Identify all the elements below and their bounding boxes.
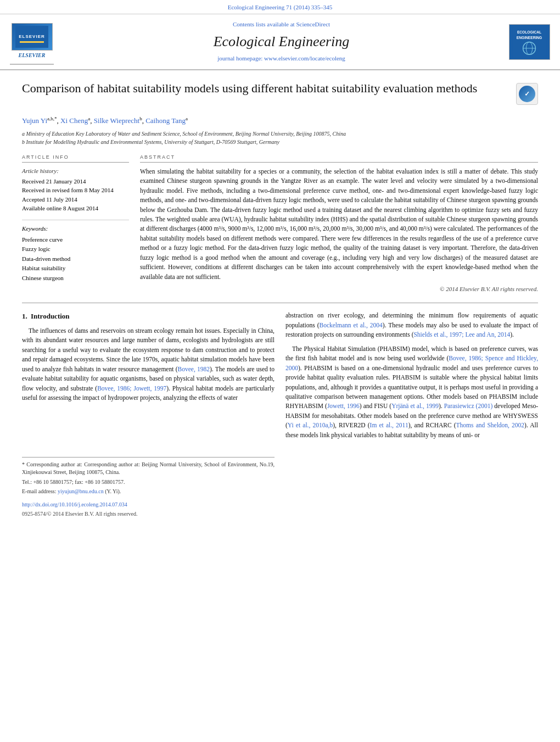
- intro-para-1: The influences of dams and reservoirs on…: [22, 326, 275, 403]
- svg-text:ENGINEERING: ENGINEERING: [517, 35, 542, 39]
- received-line: Received 21 January 2014: [22, 177, 129, 186]
- eco-eng-logo-icon: ECOLOGICAL ENGINEERING: [512, 26, 547, 58]
- author-yujun-yi[interactable]: Yujun Yi: [22, 116, 47, 125]
- doi-link[interactable]: http://dx.doi.org/10.1016/j.ecoleng.2014…: [22, 501, 127, 507]
- info-divider-1: [22, 220, 129, 220]
- footnote-star: * Corresponding author at: Corresponding…: [22, 461, 275, 477]
- footnote-area: * Corresponding author at: Corresponding…: [22, 408, 275, 518]
- performances-word: performances: [488, 225, 522, 232]
- keyword-3: Data-driven method: [22, 254, 129, 264]
- elsevier-logo-box: ELSEVIER: [12, 23, 53, 51]
- intro-para-2: abstraction on river ecology, and determ…: [285, 311, 538, 339]
- journal-center: Contents lists available at ScienceDirec…: [54, 20, 509, 63]
- svg-text:ECOLOGICAL: ECOLOGICAL: [517, 30, 541, 34]
- footnote-section: * Corresponding author at: Corresponding…: [22, 457, 275, 496]
- journal-homepage: journal homepage: www.elsevier.com/locat…: [65, 54, 498, 63]
- journal-right-logo: ECOLOGICAL ENGINEERING: [509, 24, 550, 60]
- abstract-label: ABSTRACT: [140, 154, 538, 163]
- crossmark-icon: ✓: [519, 86, 535, 102]
- svg-text:ELSEVIER: ELSEVIER: [19, 34, 45, 39]
- keywords-block: Keywords: Preference curve Fuzzy logic D…: [22, 225, 129, 283]
- ref-yrjana[interactable]: Yrjänä et al., 1999: [391, 403, 439, 409]
- ref-jowett-1996[interactable]: Jowett, 1996: [327, 403, 360, 409]
- abstract-copyright: © 2014 Elsevier B.V. All rights reserved…: [140, 285, 538, 294]
- accepted-line: Accepted 11 July 2014: [22, 195, 129, 204]
- journal-citation: Ecological Engineering 71 (2014) 335–345: [228, 4, 333, 10]
- copyright-footer: 0925-8574/© 2014 Elsevier B.V. All right…: [22, 510, 275, 518]
- intro-section-title: Introduction: [31, 312, 70, 320]
- authors-line: Yujun Yia,b,*, Xi Chenga, Silke Wieprech…: [22, 115, 538, 126]
- journal-header: ELSEVIER ELSEVIER Contents lists availab…: [0, 14, 560, 71]
- article-history-title: Article history:: [22, 167, 129, 176]
- author-caihong-tang[interactable]: Caihong Tang: [145, 116, 186, 125]
- intro-heading: 1. Introduction: [22, 311, 275, 322]
- journal-citation-bar: Ecological Engineering 71 (2014) 335–345: [0, 0, 560, 14]
- elsevier-logo-section: ELSEVIER ELSEVIER: [10, 19, 54, 65]
- ref-shields-lee[interactable]: Shields et al., 1997; Lee and An, 2014: [413, 331, 510, 338]
- received-revised-line: Received in revised form 8 May 2014: [22, 186, 129, 195]
- body-right-col: abstraction on river ecology, and determ…: [285, 311, 538, 518]
- journal-url[interactable]: www.elsevier.com/locate/ecoleng: [264, 55, 345, 62]
- article-title: Comparison of habitat suitability models…: [22, 80, 516, 97]
- footnote-email: E-mail address: yiyujun@bnu.edu.cn (Y. Y…: [22, 488, 275, 496]
- author-xi-cheng[interactable]: Xi Cheng: [60, 116, 88, 125]
- abstract-text: When simulating the habitat suitability …: [140, 167, 538, 282]
- intro-para-3: The Physical Habitat Simulation (PHABSIM…: [285, 344, 538, 440]
- keyword-5: Chinese sturgeon: [22, 274, 129, 283]
- section-divider-main: [22, 303, 538, 303]
- svg-rect-2: [20, 41, 44, 43]
- available-line: Available online 8 August 2014: [22, 204, 129, 213]
- affiliations: a Ministry of Education Key Laboratory o…: [22, 130, 538, 146]
- author-silke-wieprecht[interactable]: Silke Wieprecht: [94, 116, 139, 125]
- sciencedirect-link[interactable]: ScienceDirect: [296, 21, 330, 27]
- keyword-4: Habitat suitability: [22, 264, 129, 274]
- authors-text: Yujun Yia,b,*, Xi Chenga, Silke Wieprech…: [22, 116, 188, 125]
- ref-im-2011[interactable]: Im et al., 2011: [370, 422, 408, 428]
- footnote-tel: Tel.: +86 10 58801757; fax: +86 10 58801…: [22, 478, 275, 487]
- article-info-label: ARTICLE INFO: [22, 154, 129, 163]
- article-history-block: Article history: Received 21 January 201…: [22, 167, 129, 213]
- keyword-2: Fuzzy logic: [22, 244, 129, 254]
- ref-bovee-1986-jowett[interactable]: Bovee, 1986; Jowett, 1997: [97, 385, 166, 392]
- elsevier-name: ELSEVIER: [19, 52, 46, 60]
- keyword-1: Preference curve: [22, 235, 129, 245]
- crossmark-badge[interactable]: ✓: [516, 83, 538, 105]
- body-two-col: 1. Introduction The influences of dams a…: [22, 311, 538, 518]
- contents-available-line: Contents lists available at ScienceDirec…: [65, 20, 498, 29]
- elsevier-logo-icon: ELSEVIER: [15, 26, 48, 48]
- ref-bovee-spence[interactable]: Bovee, 1986; Spence and Hickley, 2000: [285, 355, 538, 371]
- main-content: Comparison of habitat suitability models…: [0, 70, 560, 523]
- affiliation-a: a Ministry of Education Key Laboratory o…: [22, 130, 538, 138]
- intro-section-num: 1.: [22, 312, 27, 320]
- article-info-abstract-section: ARTICLE INFO Article history: Received 2…: [22, 154, 538, 294]
- keywords-title: Keywords:: [22, 225, 129, 233]
- ref-bovee-1982[interactable]: Bovee, 1982: [178, 366, 210, 372]
- body-left-col: 1. Introduction The influences of dams a…: [22, 311, 275, 518]
- journal-title: Ecological Engineering: [65, 31, 498, 52]
- abstract-column: ABSTRACT When simulating the habitat sui…: [140, 154, 538, 294]
- doi-url: http://dx.doi.org/10.1016/j.ecoleng.2014…: [22, 500, 275, 509]
- footnote-email-link[interactable]: yiyujun@bnu.edu.cn: [58, 488, 104, 494]
- article-title-section: Comparison of habitat suitability models…: [22, 80, 538, 109]
- ref-yi-2010[interactable]: Yi et al., 2010a,b: [288, 422, 333, 428]
- ref-thoms-sheldon[interactable]: Thoms and Sheldon, 2002: [456, 422, 525, 428]
- affiliation-b: b Institute for Modelling Hydraulic and …: [22, 138, 538, 146]
- article-info-column: ARTICLE INFO Article history: Received 2…: [22, 154, 129, 294]
- ref-parasiewicz[interactable]: Parasiewicz (2001): [444, 403, 493, 409]
- ref-bockelmann[interactable]: Bockelmann et al., 2004: [319, 322, 382, 328]
